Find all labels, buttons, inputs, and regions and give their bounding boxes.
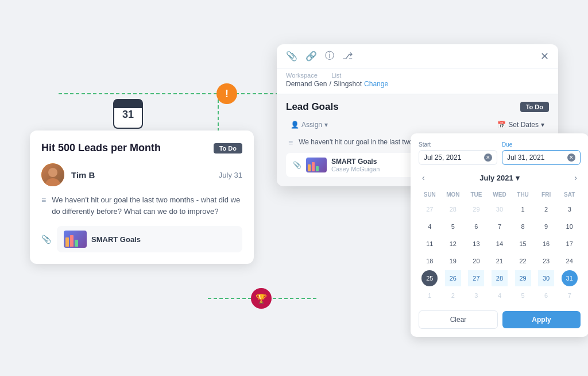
cal-day[interactable]: 5	[445, 218, 461, 235]
cal-day[interactable]: 17	[562, 236, 578, 252]
day-header-fri: FRI	[535, 189, 558, 200]
cal-day[interactable]: 28	[445, 201, 461, 217]
day-header-sat: SAT	[558, 189, 581, 200]
cal-day[interactable]: 21	[492, 253, 508, 269]
date-inputs: Start Jul 25, 2021 ✕ Due Jul 31, 2021 ✕	[419, 141, 581, 165]
calendar-actions: Clear Apply	[419, 310, 581, 329]
task-card-header: Hit 500 Leads per Month To Do	[41, 142, 242, 154]
cal-day[interactable]: 8	[515, 218, 531, 235]
cal-day[interactable]: 3	[468, 287, 484, 304]
cal-day[interactable]: 2	[445, 287, 461, 304]
calendar-icon: 📅	[497, 121, 506, 129]
change-link[interactable]: Change	[364, 80, 388, 88]
cal-day-27[interactable]: 27	[468, 270, 484, 286]
workspace-name: Demand Gen	[286, 80, 327, 88]
task-assignee-row: Tim B July 31	[41, 163, 242, 186]
start-date-value: Jul 25, 2021	[424, 154, 461, 162]
cal-day[interactable]: 4	[421, 218, 438, 235]
sub-thumbnail	[306, 158, 327, 172]
paperclip-toolbar-icon[interactable]: 📎	[286, 51, 297, 62]
due-label: Due	[502, 141, 581, 148]
cal-day[interactable]: 20	[468, 253, 484, 269]
due-date-input[interactable]: Jul 31, 2021 ✕	[502, 150, 581, 165]
next-month-button[interactable]: ›	[571, 172, 581, 183]
start-label: Start	[419, 141, 497, 148]
set-dates-button[interactable]: 📅 Set Dates ▾	[493, 118, 549, 131]
due-date-clear[interactable]: ✕	[567, 154, 575, 162]
cal-day[interactable]: 6	[468, 218, 484, 235]
avatar-image	[41, 163, 64, 186]
cal-day[interactable]: 6	[538, 287, 554, 304]
day-header-thu: THU	[512, 189, 534, 200]
list-name: Slingshot	[334, 80, 362, 88]
modal-breadcrumb-path: Demand Gen / Slingshot Change	[277, 80, 558, 94]
modal-status-badge[interactable]: To Do	[520, 102, 549, 112]
cal-day[interactable]: 9	[538, 218, 554, 235]
cal-day[interactable]: 14	[492, 236, 508, 252]
cal-day[interactable]: 27	[421, 201, 438, 217]
cal-day[interactable]: 18	[421, 253, 438, 269]
modal-desc-icon: ≡	[288, 138, 293, 147]
apply-button[interactable]: Apply	[502, 311, 581, 328]
cal-day[interactable]: 7	[492, 218, 508, 235]
attachment-thumbnail	[64, 231, 87, 248]
cal-day[interactable]: 12	[445, 236, 461, 252]
prev-month-button[interactable]: ‹	[419, 172, 428, 183]
cal-day[interactable]: 19	[445, 253, 461, 269]
cal-day-31-selected[interactable]: 31	[562, 270, 578, 286]
day-header-tue: TUE	[465, 189, 488, 200]
info-toolbar-icon[interactable]: ⓘ	[325, 50, 334, 62]
cal-day-30[interactable]: 30	[538, 270, 554, 286]
modal-toolbar: 📎 🔗 ⓘ ⎇ ✕	[277, 44, 558, 68]
assign-icon: 👤	[291, 121, 299, 129]
cal-day[interactable]: 1	[421, 287, 438, 304]
cal-day[interactable]: 2	[538, 201, 554, 217]
branch-toolbar-icon[interactable]: ⎇	[342, 51, 353, 62]
cal-day[interactable]: 23	[538, 253, 554, 269]
attachment-item[interactable]: SMART Goals	[57, 226, 242, 252]
list-label: List	[331, 72, 341, 79]
cal-day-26[interactable]: 26	[445, 270, 461, 286]
assign-label: Assign	[301, 121, 322, 129]
task-title: Hit 500 Leads per Month	[41, 142, 161, 154]
start-date-input[interactable]: Jul 25, 2021 ✕	[419, 150, 497, 165]
cal-day-29[interactable]: 29	[515, 270, 531, 286]
close-button[interactable]: ✕	[540, 51, 549, 62]
clear-button[interactable]: Clear	[419, 310, 498, 329]
modal-actions: 👤 Assign ▾ 📅 Set Dates ▾	[286, 118, 549, 131]
cal-day[interactable]: 29	[468, 201, 484, 217]
cal-day[interactable]: 16	[538, 236, 554, 252]
month-label: July 2021 ▾	[479, 174, 520, 182]
start-date-clear[interactable]: ✕	[484, 154, 492, 162]
cal-day[interactable]: 24	[562, 253, 578, 269]
cal-day[interactable]: 15	[515, 236, 531, 252]
cal-day-25-selected[interactable]: 25	[421, 270, 438, 286]
cal-day[interactable]: 11	[421, 236, 438, 252]
cal-day[interactable]: 7	[562, 287, 578, 304]
day-header-wed: WED	[489, 189, 511, 200]
cal-day[interactable]: 13	[468, 236, 484, 252]
cal-day[interactable]: 10	[562, 218, 578, 235]
task-status-badge[interactable]: To Do	[214, 143, 242, 154]
assignee-name: Tim B	[71, 170, 212, 180]
description-icon: ≡	[41, 195, 46, 205]
link-toolbar-icon[interactable]: 🔗	[305, 51, 317, 62]
modal-title: Lead Goals	[286, 101, 339, 113]
cal-day[interactable]: 22	[515, 253, 531, 269]
assign-button[interactable]: 👤 Assign ▾	[286, 118, 332, 131]
day-header-mon: MON	[442, 189, 465, 200]
cal-day[interactable]: 4	[492, 287, 508, 304]
trophy-badge: 🏆	[251, 288, 272, 309]
cal-day[interactable]: 30	[492, 201, 508, 217]
task-due-date: July 31	[219, 171, 242, 179]
cal-day[interactable]: 1	[515, 201, 531, 217]
cal-day[interactable]: 3	[562, 201, 578, 217]
calendar-grid: SUN MON TUE WED THU FRI SAT 27 28 29 30 …	[419, 189, 581, 304]
avatar	[41, 163, 64, 186]
workspace-label: Workspace	[286, 72, 318, 79]
cal-day[interactable]: 5	[515, 287, 531, 304]
attachment-section: 📎 SMART Goals	[41, 226, 242, 252]
set-dates-label: Set Dates	[508, 121, 539, 129]
modal-breadcrumb-labels: Workspace List	[277, 68, 558, 80]
cal-day-28[interactable]: 28	[492, 270, 508, 286]
